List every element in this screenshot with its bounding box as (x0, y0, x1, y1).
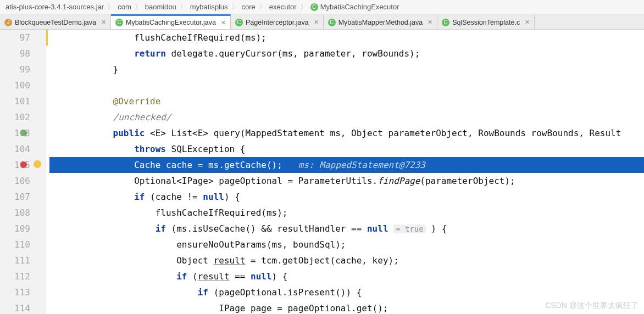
code-line[interactable]: if (result == null) { (49, 268, 644, 284)
lightbulb-icon[interactable] (34, 160, 41, 168)
line-number[interactable]: 108 (0, 205, 30, 221)
code-line[interactable]: IPage page = pageOptional.get(); (49, 300, 644, 314)
code-line[interactable]: @Override (49, 93, 644, 109)
file-tab[interactable]: CSqlSessionTemplate.c✕ (437, 14, 535, 29)
chevron-right-icon: 〉 (135, 2, 142, 12)
file-type-icon: C (442, 19, 449, 26)
code-line[interactable]: } (49, 61, 644, 77)
line-number[interactable]: 98 (0, 46, 30, 61)
close-icon[interactable]: ✕ (525, 19, 530, 26)
chevron-right-icon: 〉 (231, 2, 238, 12)
breadcrumb: atis-plus-core-3.4.1-sources.jar〉com〉bao… (0, 0, 644, 14)
code-line[interactable]: return delegate.queryCursor(ms, paramete… (49, 46, 644, 61)
code-line[interactable] (49, 77, 644, 93)
breakpoint-icon[interactable] (20, 161, 27, 168)
breadcrumb-item[interactable]: CMybatisCachingExecutor (307, 3, 403, 12)
class-icon: C (310, 3, 318, 11)
code-line[interactable]: flushCacheIfRequired(ms); (49, 30, 644, 46)
file-tab[interactable]: CMybatisMapperMethod.java✕ (324, 14, 438, 29)
tab-label: BlockqueueTestDemo.java (15, 19, 96, 26)
chevron-right-icon: 〉 (300, 2, 307, 12)
code-line[interactable]: if (pageOptional.isPresent()) { (49, 284, 644, 300)
code-line[interactable]: Optional<IPage> pageOptional = Parameter… (49, 173, 644, 189)
close-icon[interactable]: ✕ (314, 19, 319, 26)
breadcrumb-item[interactable]: com (114, 3, 135, 11)
file-tab[interactable]: CMybatisCachingExecutor.java✕ (111, 14, 231, 29)
line-number[interactable]: 101 (0, 93, 30, 109)
line-number[interactable]: 114 (0, 300, 30, 314)
code-line[interactable]: if (cache != null) { (49, 189, 644, 205)
line-number[interactable]: 111 (0, 253, 30, 268)
file-tab[interactable]: CPageInterceptor.java✕ (231, 14, 324, 29)
file-type-icon: C (115, 19, 123, 26)
code-line[interactable]: Object result = tcm.getObject(cache, key… (49, 253, 644, 268)
tab-label: PageInterceptor.java (246, 19, 309, 26)
chevron-right-icon: 〉 (259, 2, 266, 12)
chevron-right-icon: 〉 (107, 2, 114, 12)
line-number[interactable]: 107 (0, 189, 30, 205)
line-number[interactable]: 100 (0, 77, 30, 93)
code-line[interactable]: if (ms.isUseCache() && resultHandler == … (49, 221, 644, 237)
tab-label: MybatisMapperMethod.java (338, 19, 423, 26)
line-number[interactable]: 113 (0, 284, 30, 300)
tab-label: SqlSessionTemplate.c (452, 19, 520, 26)
code-editor: 979899100101102103↑104105106107108109110… (0, 30, 644, 314)
code-line[interactable]: public <E> List<E> query(MappedStatement… (49, 125, 644, 141)
line-number[interactable]: 105 (0, 157, 30, 173)
close-icon[interactable]: ✕ (101, 19, 106, 26)
line-number[interactable]: 109 (0, 221, 30, 237)
breadcrumb-item[interactable]: baomidou (142, 3, 180, 11)
chevron-right-icon: 〉 (180, 2, 187, 12)
file-type-icon: C (328, 19, 336, 26)
tab-bar: JBlockqueueTestDemo.java✕CMybatisCaching… (0, 14, 644, 30)
code-line[interactable]: throws SQLException { (49, 141, 644, 157)
line-number[interactable]: 112 (0, 268, 30, 284)
line-number[interactable]: 97 (0, 30, 30, 46)
tab-label: MybatisCachingExecutor.java (126, 19, 216, 26)
line-number[interactable]: 106 (0, 173, 30, 189)
breadcrumb-item[interactable]: atis-plus-core-3.4.1-sources.jar (2, 3, 107, 11)
line-number[interactable]: 99 (0, 61, 30, 77)
file-type-icon: J (4, 19, 12, 26)
current-execution-line[interactable]: Cache cache = ms.getCache(); ms: MappedS… (49, 157, 644, 173)
breadcrumb-item[interactable]: mybatisplus (187, 3, 231, 11)
file-type-icon: C (235, 19, 243, 26)
line-number[interactable]: 103↑ (0, 125, 30, 141)
file-tab[interactable]: JBlockqueueTestDemo.java✕ (0, 14, 111, 29)
close-icon[interactable]: ✕ (428, 19, 432, 26)
code-line[interactable]: /unchecked/ (49, 109, 644, 125)
code-area[interactable]: flushCacheIfRequired(ms); return delegat… (46, 30, 644, 314)
code-line[interactable]: ensureNoOutParams(ms, boundSql); (49, 237, 644, 253)
breadcrumb-item[interactable]: executor (266, 3, 300, 11)
line-number[interactable]: 102 (0, 109, 30, 125)
line-number[interactable]: 110 (0, 237, 30, 253)
line-number[interactable]: 104 (0, 141, 30, 157)
line-gutter: 979899100101102103↑104105106107108109110… (0, 30, 46, 314)
arrow-up-icon: ↑ (21, 126, 28, 133)
close-icon[interactable]: ✕ (221, 19, 226, 26)
code-line[interactable]: flushCacheIfRequired(ms); (49, 205, 644, 221)
breadcrumb-item[interactable]: core (238, 3, 259, 11)
